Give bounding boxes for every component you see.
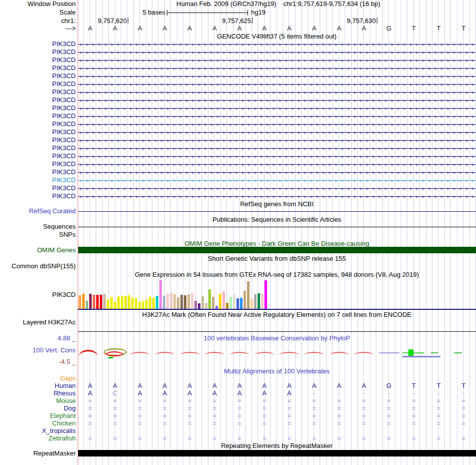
gtex-tissue-bar[interactable]: [159, 280, 162, 309]
gencode-track-title[interactable]: GENCODE V49lift37 (5 items filtered out): [78, 33, 476, 40]
gene-row-label[interactable]: PIK3CD: [0, 193, 77, 200]
gene-row-label[interactable]: PIK3CD: [0, 137, 77, 144]
gtex-tissue-bar[interactable]: [89, 294, 92, 309]
refseq-curated-label[interactable]: RefSeq Curated: [0, 208, 77, 215]
gtex-tissue-bar[interactable]: [194, 301, 197, 309]
gtex-tissue-bar[interactable]: [233, 294, 235, 309]
gene-row-label[interactable]: PIK3CD: [0, 177, 77, 184]
gene-row-label[interactable]: PIK3CD: [0, 73, 77, 80]
gtex-tissue-bar[interactable]: [173, 294, 176, 309]
dbsnp-track-title[interactable]: Short Genetic Variants from dbSNP releas…: [78, 255, 476, 262]
refseq-gene-line[interactable]: [78, 211, 476, 212]
gtex-tissue-bar[interactable]: [208, 289, 211, 309]
repeatmasker-track-title[interactable]: Repeating Elements by RepeatMasker: [78, 442, 476, 449]
gtex-tissue-bar[interactable]: [82, 294, 85, 309]
gene-row-label[interactable]: PIK3CD: [0, 161, 77, 168]
gtex-tissue-bar[interactable]: [149, 297, 151, 309]
gtex-tissue-bar[interactable]: [180, 295, 183, 309]
gtex-tissue-bar[interactable]: [265, 280, 267, 309]
snps-label[interactable]: SNPs: [0, 231, 77, 238]
gtex-tissue-bar[interactable]: [170, 293, 172, 309]
multiz-species-label[interactable]: Mouse: [0, 397, 77, 404]
gtex-tissue-bar[interactable]: [184, 295, 186, 309]
multiz-species-label[interactable]: Chicken: [0, 420, 77, 427]
gtex-tissue-bar[interactable]: [187, 294, 190, 309]
multiz-track-title[interactable]: Multiz Alignments of 100 Vertebrates: [78, 368, 476, 375]
gene-row-label[interactable]: PIK3CD: [0, 129, 77, 136]
gtex-tissue-bar[interactable]: [96, 295, 99, 309]
gtex-tissue-bar[interactable]: [163, 296, 165, 309]
gtex-tissue-bar[interactable]: [79, 295, 81, 309]
gene-row-label[interactable]: PIK3CD: [0, 121, 77, 128]
gtex-tissue-bar[interactable]: [229, 297, 232, 309]
gtex-tissue-bar[interactable]: [236, 298, 239, 309]
gene-row-label[interactable]: PIK3CD: [0, 65, 77, 72]
refseq-track-title[interactable]: RefSeq genes from NCBI: [78, 201, 476, 208]
gtex-tissue-bar[interactable]: [177, 297, 179, 309]
gtex-tissue-bar[interactable]: [131, 298, 134, 309]
gtex-tissue-bar[interactable]: [121, 296, 123, 309]
gene-row-label[interactable]: PIK3CD: [0, 145, 77, 152]
gtex-tissue-bar[interactable]: [244, 291, 246, 309]
gene-row-label[interactable]: PIK3CD: [0, 81, 77, 88]
gtex-tissue-bar[interactable]: [135, 298, 137, 309]
gene-row-label[interactable]: PIK3CD: [0, 49, 77, 56]
omim-genes-label[interactable]: OMIM Genes: [0, 247, 77, 254]
gtex-tissue-bar[interactable]: [156, 296, 158, 309]
gene-row-label[interactable]: PIK3CD: [0, 105, 77, 112]
gene-row-label[interactable]: PIK3CD: [0, 57, 77, 64]
gtex-track-title[interactable]: Gene Expression in 54 tissues from GTEx …: [78, 271, 476, 278]
gtex-gene-label[interactable]: PIK3CD: [0, 291, 77, 298]
gtex-tissue-bar[interactable]: [258, 293, 260, 309]
gtex-tissue-bar[interactable]: [107, 299, 109, 309]
multiz-species-label[interactable]: Rhesus: [0, 390, 77, 397]
h3k27ac-track-title[interactable]: H3K27Ac Mark (Often Found Near Active Re…: [78, 311, 476, 318]
phylop-track-title[interactable]: 100 vertebrates Basewise Conservation by…: [78, 335, 476, 342]
gtex-tissue-bar[interactable]: [128, 295, 130, 309]
gtex-tissue-bar[interactable]: [251, 299, 253, 309]
gtex-tissue-bar[interactable]: [240, 298, 243, 309]
omim-track-title[interactable]: OMIM Gene Phenotypes - Dark Green Can Be…: [78, 240, 476, 247]
multiz-species-label[interactable]: Zebrafish: [0, 435, 77, 442]
gene-row-label[interactable]: PIK3CD: [0, 41, 77, 48]
gene-row-label[interactable]: PIK3CD: [0, 113, 77, 120]
gene-row-label[interactable]: PIK3CD: [0, 169, 77, 176]
gene-row-label[interactable]: PIK3CD: [0, 153, 77, 160]
multiz-species-label[interactable]: Dog: [0, 405, 77, 412]
sequences-label[interactable]: Sequences: [0, 223, 77, 230]
gtex-tissue-bar[interactable]: [93, 295, 95, 309]
vert-cons-label[interactable]: 100 Vert. Cons: [0, 347, 77, 354]
repeatmasker-bar[interactable]: [78, 450, 476, 456]
gene-row-label[interactable]: PIK3CD: [0, 89, 77, 96]
gtex-tissue-bar[interactable]: [254, 294, 257, 309]
gtex-tissue-bar[interactable]: [152, 298, 155, 309]
gtex-tissue-bar[interactable]: [138, 302, 141, 309]
gtex-tissue-bar[interactable]: [191, 293, 193, 309]
gtex-tissue-bar[interactable]: [100, 295, 102, 309]
gtex-tissue-bar[interactable]: [124, 296, 127, 309]
gtex-tissue-bar[interactable]: [103, 294, 106, 309]
gene-row-label[interactable]: PIK3CD: [0, 97, 77, 104]
gtex-tissue-bar[interactable]: [145, 300, 148, 309]
common-dbsnp-label[interactable]: Common dbSNP(155): [0, 263, 77, 270]
gtex-tissue-bar[interactable]: [222, 291, 225, 309]
gtex-tissue-bar[interactable]: [114, 302, 116, 309]
publications-track-title[interactable]: Publications: Sequences in Scientific Ar…: [78, 216, 476, 223]
sequences-item-line[interactable]: [78, 227, 476, 227]
gtex-tissue-bar[interactable]: [261, 294, 264, 309]
gtex-tissue-bar[interactable]: [219, 294, 221, 309]
gtex-tissue-bar[interactable]: [201, 296, 204, 309]
gtex-tissue-bar[interactable]: [212, 297, 214, 309]
gtex-tissue-bar[interactable]: [110, 297, 113, 309]
omim-gene-bar[interactable]: [78, 247, 476, 253]
layered-h3k27ac-label[interactable]: Layered H3K27Ac: [0, 319, 77, 326]
gtex-tissue-bar[interactable]: [86, 301, 88, 309]
multiz-species-label[interactable]: Human: [0, 382, 77, 389]
gene-row-label[interactable]: PIK3CD: [0, 185, 77, 192]
gtex-tissue-bar[interactable]: [117, 296, 120, 309]
gtex-tissue-bar[interactable]: [166, 294, 169, 309]
multiz-species-label[interactable]: Elephant: [0, 412, 77, 419]
gtex-tissue-bar[interactable]: [142, 301, 144, 309]
multiz-species-label[interactable]: Gaps: [0, 375, 77, 382]
repeatmasker-label[interactable]: RepeatMasker: [0, 450, 77, 457]
